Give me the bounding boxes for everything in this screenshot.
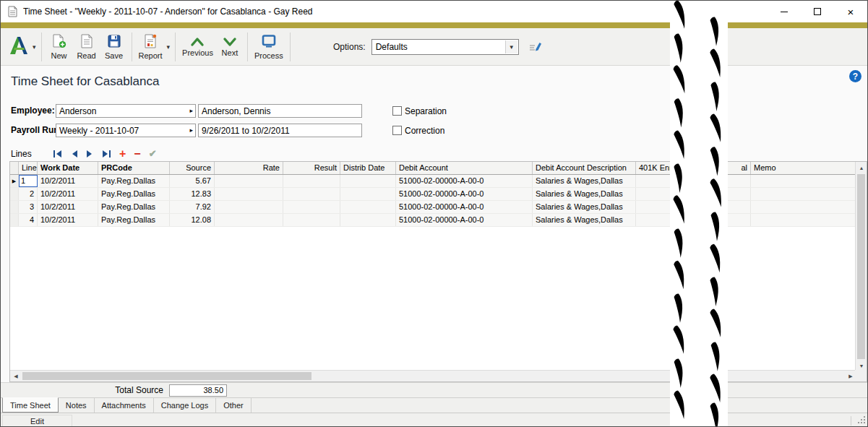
cell-debit-desc: Salaries & Wages,Dallas xyxy=(533,175,636,187)
minimize-button[interactable] xyxy=(768,1,801,22)
horizontal-scroll-thumb[interactable] xyxy=(22,372,311,380)
first-record-button[interactable] xyxy=(53,150,63,158)
payroll-run-field[interactable]: Weekly - 2011-10-07 ▸ xyxy=(56,124,196,137)
app-menu-button[interactable]: ▾ xyxy=(7,35,38,59)
cell-result xyxy=(283,214,340,226)
column-header-distrib-date[interactable]: Distrib Date xyxy=(340,162,396,174)
torn-edge-right xyxy=(708,17,722,427)
title-bar[interactable]: Time Sheet - "Weekly - 2011-10-07 - Ande… xyxy=(1,1,867,22)
add-line-button[interactable]: + xyxy=(119,149,126,159)
scrollbar-corner xyxy=(855,370,867,381)
last-record-button[interactable] xyxy=(101,150,111,158)
table-row[interactable]: 3 10/2/2011 Pay.Reg.Dallas 7.92 51000-02… xyxy=(10,201,867,214)
new-button[interactable]: New xyxy=(46,30,73,64)
options-dropdown[interactable]: Defaults ▼ xyxy=(371,39,519,55)
table-row[interactable]: 2 10/2/2011 Pay.Reg.Dallas 12.83 51000-0… xyxy=(10,188,867,201)
report-icon xyxy=(143,34,158,50)
total-source-value: 38.50 xyxy=(169,384,227,397)
help-button[interactable]: ? xyxy=(849,70,861,82)
previous-button[interactable]: Previous xyxy=(179,30,216,64)
grid-header-row: Line Work Date PRCode Source Rate Result… xyxy=(10,162,867,175)
separation-checkbox[interactable] xyxy=(392,106,402,116)
app-window: Time Sheet - "Weekly - 2011-10-07 - Ande… xyxy=(0,0,868,427)
options-label: Options: xyxy=(333,42,366,52)
table-row[interactable]: 4 10/2/2011 Pay.Reg.Dallas 12.08 51000-0… xyxy=(10,214,867,227)
payroll-range-text: 9/26/2011 to 10/2/2011 xyxy=(202,126,290,136)
process-button[interactable]: Process xyxy=(252,30,286,64)
column-header-result[interactable]: Result xyxy=(283,162,340,174)
report-button[interactable]: Report ▾ xyxy=(136,30,172,64)
status-mode: Edit xyxy=(2,415,72,427)
close-button[interactable]: × xyxy=(834,1,867,22)
scroll-up-button[interactable]: ▲ xyxy=(856,162,867,173)
main-toolbar: ▾ New Read xyxy=(1,28,867,66)
column-header-rate[interactable]: Rate xyxy=(215,162,283,174)
tab-attachments[interactable]: Attachments xyxy=(95,398,154,413)
tab-change-logs[interactable]: Change Logs xyxy=(154,398,216,413)
previous-record-button[interactable] xyxy=(71,150,78,158)
timesheet-grid: Line Work Date PRCode Source Rate Result… xyxy=(9,161,867,382)
column-header-line[interactable]: Line xyxy=(19,162,38,174)
delete-line-button[interactable]: − xyxy=(134,149,140,159)
column-header-debit-account[interactable]: Debit Account xyxy=(396,162,533,174)
column-header-prcode[interactable]: PRCode xyxy=(98,162,170,174)
process-icon xyxy=(261,34,277,50)
payroll-range-display: 9/26/2011 to 10/2/2011 xyxy=(198,124,362,137)
save-button[interactable]: Save xyxy=(100,30,128,64)
cell-source: 5.67 xyxy=(170,175,215,187)
cell-prcode: Pay.Reg.Dallas xyxy=(98,201,170,213)
employee-name-text: Anderson, Dennis xyxy=(202,106,270,116)
vertical-scrollbar[interactable]: ▲ ▼ xyxy=(855,162,867,371)
accountmate-logo-icon xyxy=(7,35,31,59)
vertical-scroll-thumb[interactable] xyxy=(857,174,865,359)
cell-debit-account: 51000-02-00000-A-00-0 xyxy=(396,201,533,213)
scroll-left-button[interactable]: ◀ xyxy=(10,371,22,382)
maximize-button[interactable] xyxy=(801,1,834,22)
cell-debit-desc: Salaries & Wages,Dallas xyxy=(533,188,636,200)
cell-line: 3 xyxy=(19,201,38,213)
totals-band: Total Source 38.50 xyxy=(1,382,867,397)
column-header-debit-account-description[interactable]: Debit Account Description xyxy=(533,162,636,174)
save-disk-icon xyxy=(107,34,121,50)
next-button-label: Next xyxy=(222,48,239,57)
cell-debit-desc: Salaries & Wages,Dallas xyxy=(533,214,636,226)
chevron-up-icon xyxy=(190,37,205,47)
next-record-button[interactable] xyxy=(86,150,93,158)
next-button[interactable]: Next xyxy=(216,30,244,64)
minimize-icon xyxy=(781,12,788,12)
column-header-memo[interactable]: Memo xyxy=(751,162,856,174)
tab-other[interactable]: Other xyxy=(216,398,252,413)
cell-work-date: 10/2/2011 xyxy=(38,188,98,200)
edit-options-button[interactable] xyxy=(529,41,542,53)
tab-time-sheet[interactable]: Time Sheet xyxy=(2,397,59,413)
cell-rate xyxy=(215,188,283,200)
lookup-arrow-icon: ▸ xyxy=(189,126,193,134)
correction-checkbox[interactable] xyxy=(392,126,402,135)
process-button-label: Process xyxy=(254,51,283,60)
confirm-line-button[interactable]: ✔ xyxy=(149,149,157,159)
cell-distrib-date xyxy=(340,175,396,187)
status-bar: Edit xyxy=(1,413,867,427)
read-button[interactable]: Read xyxy=(73,30,100,64)
read-button-label: Read xyxy=(77,51,95,60)
cell-memo xyxy=(751,214,856,226)
row-arrow-icon: ▶ xyxy=(12,175,16,187)
status-separator xyxy=(851,416,851,426)
torn-edge-graphic xyxy=(670,1,728,427)
table-row[interactable]: ▶ 1 10/2/2011 Pay.Reg.Dallas 5.67 51000-… xyxy=(10,175,867,188)
cell-debit-account: 51000-02-00000-A-00-0 xyxy=(396,188,533,200)
content-area: Time Sheet for Casablanca ? Employee: An… xyxy=(1,66,867,426)
column-header-work-date[interactable]: Work Date xyxy=(38,162,98,174)
cell-rate xyxy=(215,201,283,213)
lookup-arrow-icon: ▸ xyxy=(189,107,193,114)
cell-result xyxy=(283,188,340,200)
cell-prcode: Pay.Reg.Dallas xyxy=(98,188,170,200)
horizontal-scrollbar[interactable]: ◀ ▶ xyxy=(10,370,856,381)
tab-notes[interactable]: Notes xyxy=(59,398,95,413)
employee-field[interactable]: Anderson ▸ xyxy=(56,104,196,118)
correction-label: Correction xyxy=(405,126,444,136)
column-header-source[interactable]: Source xyxy=(170,162,215,174)
cell-line[interactable]: 1 xyxy=(19,175,38,187)
resize-grip[interactable] xyxy=(857,415,866,426)
cell-prcode: Pay.Reg.Dallas xyxy=(98,214,170,226)
